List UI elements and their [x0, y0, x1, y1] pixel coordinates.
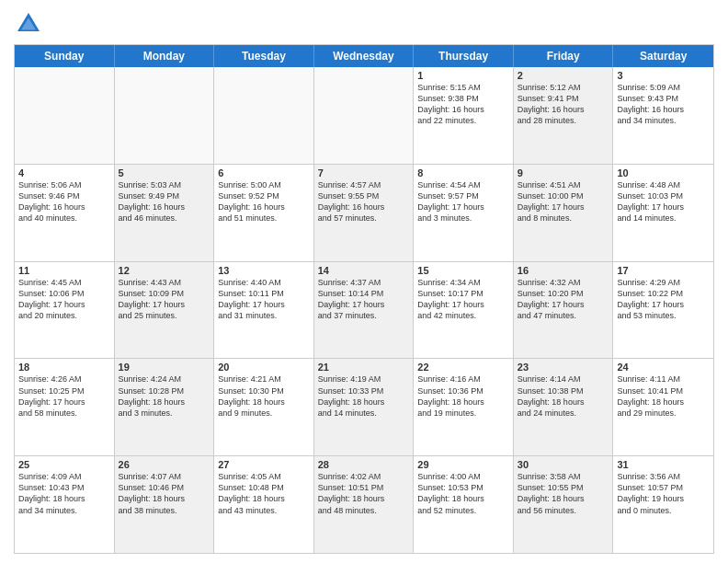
day-info: Sunrise: 4:00 AM Sunset: 10:53 PM Daylig…	[417, 471, 509, 516]
day-cell-21: 21Sunrise: 4:19 AM Sunset: 10:33 PM Dayl…	[314, 359, 415, 455]
calendar-row-2: 4Sunrise: 5:06 AM Sunset: 9:46 PM Daylig…	[15, 164, 713, 261]
day-info: Sunrise: 5:09 AM Sunset: 9:43 PM Dayligh…	[617, 82, 710, 127]
empty-cell	[314, 67, 415, 164]
day-info: Sunrise: 5:03 AM Sunset: 9:49 PM Dayligh…	[119, 179, 210, 224]
day-number: 18	[18, 362, 110, 373]
day-info: Sunrise: 4:45 AM Sunset: 10:06 PM Daylig…	[18, 277, 110, 322]
empty-cell	[214, 67, 314, 164]
day-info: Sunrise: 4:26 AM Sunset: 10:25 PM Daylig…	[18, 373, 110, 419]
weekday-header-monday: Monday	[115, 45, 215, 67]
day-info: Sunrise: 4:37 AM Sunset: 10:14 PM Daylig…	[318, 277, 410, 322]
day-number: 16	[518, 265, 609, 276]
empty-cell	[15, 67, 115, 164]
day-number: 28	[318, 459, 410, 470]
day-info: Sunrise: 5:06 AM Sunset: 9:46 PM Dayligh…	[18, 179, 110, 224]
day-cell-3: 3Sunrise: 5:09 AM Sunset: 9:43 PM Daylig…	[613, 67, 713, 164]
day-number: 21	[318, 362, 410, 373]
day-cell-19: 19Sunrise: 4:24 AM Sunset: 10:28 PM Dayl…	[115, 359, 215, 455]
day-number: 14	[318, 265, 410, 276]
day-number: 10	[617, 167, 710, 178]
day-info: Sunrise: 5:15 AM Sunset: 9:38 PM Dayligh…	[417, 82, 509, 127]
calendar: SundayMondayTuesdayWednesdayThursdayFrid…	[14, 44, 714, 554]
day-number: 7	[318, 167, 410, 178]
day-cell-7: 7Sunrise: 4:57 AM Sunset: 9:55 PM Daylig…	[314, 165, 415, 261]
day-cell-8: 8Sunrise: 4:54 AM Sunset: 9:57 PM Daylig…	[414, 165, 514, 261]
day-number: 4	[18, 167, 110, 178]
day-info: Sunrise: 4:29 AM Sunset: 10:22 PM Daylig…	[617, 277, 710, 322]
day-info: Sunrise: 4:43 AM Sunset: 10:09 PM Daylig…	[119, 277, 210, 322]
day-cell-12: 12Sunrise: 4:43 AM Sunset: 10:09 PM Dayl…	[115, 262, 215, 359]
calendar-row-4: 18Sunrise: 4:26 AM Sunset: 10:25 PM Dayl…	[15, 358, 713, 455]
day-info: Sunrise: 4:34 AM Sunset: 10:17 PM Daylig…	[417, 277, 509, 322]
calendar-header: SundayMondayTuesdayWednesdayThursdayFrid…	[15, 45, 713, 67]
day-info: Sunrise: 5:00 AM Sunset: 9:52 PM Dayligh…	[218, 179, 310, 224]
day-number: 9	[518, 167, 609, 178]
day-info: Sunrise: 4:32 AM Sunset: 10:20 PM Daylig…	[518, 277, 609, 322]
day-number: 13	[218, 265, 310, 276]
day-number: 15	[417, 265, 509, 276]
day-number: 5	[119, 167, 210, 178]
header	[14, 9, 714, 39]
day-info: Sunrise: 4:09 AM Sunset: 10:43 PM Daylig…	[18, 471, 110, 516]
day-cell-29: 29Sunrise: 4:00 AM Sunset: 10:53 PM Dayl…	[414, 456, 514, 553]
day-info: Sunrise: 4:02 AM Sunset: 10:51 PM Daylig…	[318, 471, 410, 516]
day-info: Sunrise: 4:21 AM Sunset: 10:30 PM Daylig…	[218, 373, 310, 419]
weekday-header-wednesday: Wednesday	[314, 45, 415, 67]
weekday-header-tuesday: Tuesday	[214, 45, 314, 67]
day-info: Sunrise: 4:48 AM Sunset: 10:03 PM Daylig…	[617, 179, 710, 224]
calendar-body: 1Sunrise: 5:15 AM Sunset: 9:38 PM Daylig…	[15, 67, 713, 553]
day-cell-14: 14Sunrise: 4:37 AM Sunset: 10:14 PM Dayl…	[314, 262, 415, 359]
day-cell-5: 5Sunrise: 5:03 AM Sunset: 9:49 PM Daylig…	[115, 165, 215, 261]
day-number: 19	[119, 362, 210, 373]
logo-icon	[14, 9, 43, 39]
day-cell-2: 2Sunrise: 5:12 AM Sunset: 9:41 PM Daylig…	[514, 67, 614, 164]
day-info: Sunrise: 4:54 AM Sunset: 9:57 PM Dayligh…	[417, 179, 509, 224]
day-info: Sunrise: 4:40 AM Sunset: 10:11 PM Daylig…	[218, 277, 310, 322]
day-number: 27	[218, 459, 310, 470]
day-cell-16: 16Sunrise: 4:32 AM Sunset: 10:20 PM Dayl…	[514, 262, 614, 359]
day-cell-1: 1Sunrise: 5:15 AM Sunset: 9:38 PM Daylig…	[414, 67, 514, 164]
weekday-header-thursday: Thursday	[414, 45, 514, 67]
day-cell-13: 13Sunrise: 4:40 AM Sunset: 10:11 PM Dayl…	[214, 262, 314, 359]
day-cell-6: 6Sunrise: 5:00 AM Sunset: 9:52 PM Daylig…	[214, 165, 314, 261]
day-cell-25: 25Sunrise: 4:09 AM Sunset: 10:43 PM Dayl…	[15, 456, 115, 553]
day-number: 8	[417, 167, 509, 178]
day-number: 26	[119, 459, 210, 470]
day-cell-30: 30Sunrise: 3:58 AM Sunset: 10:55 PM Dayl…	[514, 456, 614, 553]
day-cell-4: 4Sunrise: 5:06 AM Sunset: 9:46 PM Daylig…	[15, 165, 115, 261]
day-info: Sunrise: 4:07 AM Sunset: 10:46 PM Daylig…	[119, 471, 210, 516]
day-number: 2	[518, 70, 609, 81]
day-number: 17	[617, 265, 710, 276]
day-number: 12	[119, 265, 210, 276]
day-cell-15: 15Sunrise: 4:34 AM Sunset: 10:17 PM Dayl…	[414, 262, 514, 359]
calendar-row-5: 25Sunrise: 4:09 AM Sunset: 10:43 PM Dayl…	[15, 455, 713, 553]
day-cell-11: 11Sunrise: 4:45 AM Sunset: 10:06 PM Dayl…	[15, 262, 115, 359]
day-info: Sunrise: 3:58 AM Sunset: 10:55 PM Daylig…	[518, 471, 609, 516]
day-cell-10: 10Sunrise: 4:48 AM Sunset: 10:03 PM Dayl…	[613, 165, 713, 261]
day-info: Sunrise: 3:56 AM Sunset: 10:57 PM Daylig…	[617, 471, 710, 516]
day-info: Sunrise: 4:57 AM Sunset: 9:55 PM Dayligh…	[318, 179, 410, 224]
day-number: 31	[617, 459, 710, 470]
day-info: Sunrise: 4:14 AM Sunset: 10:38 PM Daylig…	[518, 373, 609, 419]
weekday-header-saturday: Saturday	[613, 45, 713, 67]
day-info: Sunrise: 4:24 AM Sunset: 10:28 PM Daylig…	[119, 373, 210, 419]
day-cell-9: 9Sunrise: 4:51 AM Sunset: 10:00 PM Dayli…	[514, 165, 614, 261]
day-cell-26: 26Sunrise: 4:07 AM Sunset: 10:46 PM Dayl…	[115, 456, 215, 553]
logo	[14, 9, 47, 39]
day-number: 22	[417, 362, 509, 373]
calendar-row-3: 11Sunrise: 4:45 AM Sunset: 10:06 PM Dayl…	[15, 261, 713, 359]
page: SundayMondayTuesdayWednesdayThursdayFrid…	[0, 0, 728, 563]
day-info: Sunrise: 5:12 AM Sunset: 9:41 PM Dayligh…	[518, 82, 609, 127]
day-cell-24: 24Sunrise: 4:11 AM Sunset: 10:41 PM Dayl…	[613, 359, 713, 455]
day-number: 1	[417, 70, 509, 81]
day-cell-27: 27Sunrise: 4:05 AM Sunset: 10:48 PM Dayl…	[214, 456, 314, 553]
empty-cell	[115, 67, 215, 164]
day-number: 24	[617, 362, 710, 373]
day-number: 20	[218, 362, 310, 373]
day-number: 25	[18, 459, 110, 470]
day-cell-17: 17Sunrise: 4:29 AM Sunset: 10:22 PM Dayl…	[613, 262, 713, 359]
day-info: Sunrise: 4:19 AM Sunset: 10:33 PM Daylig…	[318, 373, 410, 419]
day-number: 23	[518, 362, 609, 373]
day-number: 30	[518, 459, 609, 470]
day-cell-31: 31Sunrise: 3:56 AM Sunset: 10:57 PM Dayl…	[613, 456, 713, 553]
